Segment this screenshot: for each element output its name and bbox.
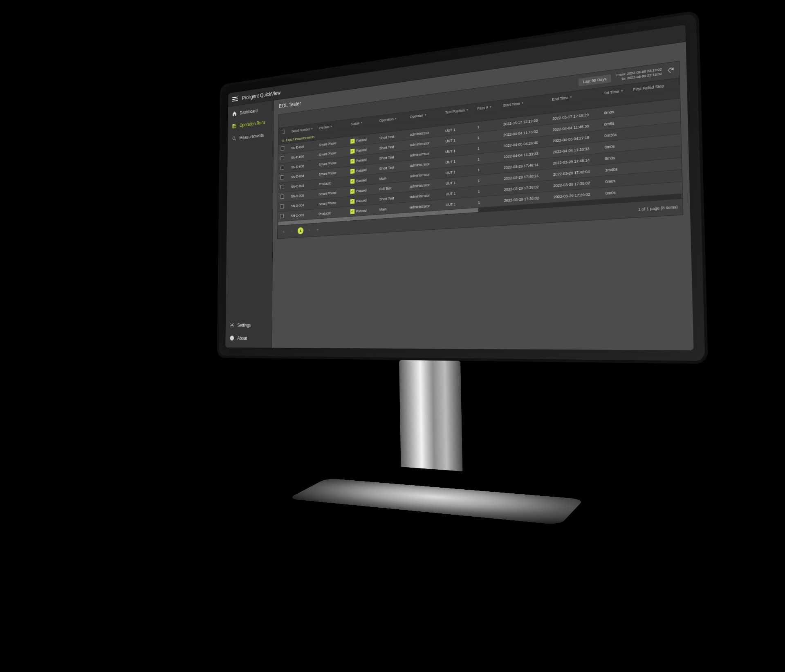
filter-icon: ▾: [312, 127, 313, 131]
filter-icon: ▾: [467, 108, 468, 112]
pager-prev[interactable]: ‹: [289, 228, 295, 235]
row-checkbox-cell[interactable]: [278, 143, 289, 154]
table-icon: [232, 123, 237, 129]
sidebar-item-label: Dashboard: [240, 108, 258, 115]
pager-first[interactable]: «: [281, 228, 287, 235]
sidebar-item-label: Settings: [238, 323, 251, 328]
filter-icon: ▾: [425, 113, 426, 116]
check-icon: ✓: [350, 189, 354, 194]
svg-rect-5: [232, 337, 232, 337]
pager-next[interactable]: ›: [306, 226, 312, 234]
checkbox-icon: [280, 185, 284, 189]
filter-icon: ▾: [331, 125, 332, 128]
svg-rect-4: [232, 338, 232, 339]
checkbox-icon: [280, 195, 284, 199]
info-icon: [230, 335, 234, 341]
filter-icon: ▾: [621, 89, 623, 93]
sidebar-item-label: About: [237, 336, 247, 341]
row-checkbox-cell[interactable]: [278, 192, 289, 202]
sidebar-item-about[interactable]: About: [225, 332, 271, 345]
refresh-icon: [668, 67, 675, 74]
range-label: Last 90 Days: [583, 77, 607, 84]
row-checkbox-cell[interactable]: [278, 211, 288, 222]
checkbox-icon: [281, 156, 285, 160]
header-checkbox-cell[interactable]: [278, 127, 289, 138]
cell-test-position: UUT 1: [443, 197, 475, 210]
pager-summary: 1 of 1 page (8 items): [638, 205, 678, 212]
sidebar-item-settings[interactable]: Settings: [226, 318, 272, 332]
refresh-button[interactable]: [668, 67, 675, 75]
menu-icon[interactable]: [232, 96, 238, 101]
filter-icon: ▾: [395, 116, 397, 120]
cell-tot-time: 0m0s: [602, 185, 632, 199]
checkbox-icon: [280, 214, 284, 218]
filter-icon: ▾: [490, 105, 491, 109]
filter-icon: ▾: [570, 95, 572, 99]
sidebar-item-label: Measurements: [240, 132, 264, 141]
row-checkbox-cell[interactable]: [278, 172, 289, 183]
cell-pass-n: 1: [475, 195, 501, 208]
checkbox-icon: [281, 146, 285, 151]
svg-rect-0: [233, 124, 236, 128]
filter-icon: ▾: [522, 101, 523, 105]
checkbox-icon: [280, 204, 284, 208]
checkbox-icon: [280, 166, 284, 170]
check-icon: ✓: [351, 139, 355, 143]
gear-icon: [230, 323, 234, 328]
row-checkbox-cell[interactable]: [278, 202, 288, 212]
checkbox-icon: [280, 175, 284, 180]
date-range-readout: From: 2022-08-08 22:18:02 To: 2022-08-08…: [617, 67, 662, 82]
check-icon: ✓: [351, 148, 355, 153]
row-checkbox-cell[interactable]: [278, 182, 289, 193]
sidebar-item-label: Operation Runs: [240, 119, 265, 128]
row-checkbox-cell[interactable]: [278, 163, 289, 173]
pager-last[interactable]: »: [315, 226, 321, 233]
check-icon: ✓: [350, 179, 354, 184]
row-checkbox-cell[interactable]: [278, 153, 289, 164]
pager-current[interactable]: 1: [298, 227, 304, 235]
check-icon: ✓: [351, 159, 355, 164]
app-title: Proligent QuickView: [242, 90, 280, 101]
export-icon: [281, 139, 285, 143]
home-icon: [232, 111, 237, 117]
check-icon: ✓: [350, 209, 354, 214]
date-range-picker[interactable]: Last 90 Days: [579, 74, 611, 86]
sidebar: Dashboard Operation Runs Measurements: [225, 101, 274, 348]
search-icon: [232, 136, 236, 141]
checkbox-icon: [281, 130, 285, 134]
check-icon: ✓: [350, 168, 354, 173]
check-icon: ✓: [350, 199, 354, 204]
filter-icon: ▾: [361, 121, 362, 125]
cell-operator: administrator: [407, 199, 443, 213]
svg-point-1: [233, 137, 235, 139]
svg-point-2: [231, 325, 233, 326]
